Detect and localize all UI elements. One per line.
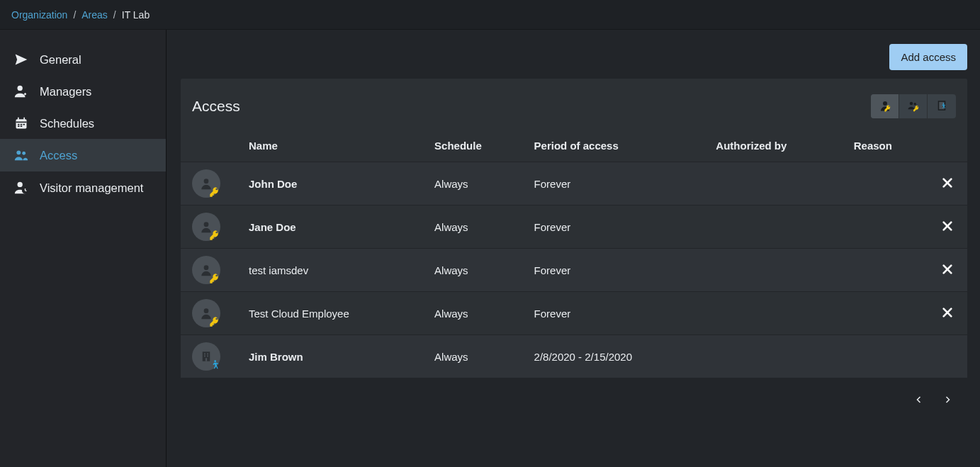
visitor-badge-icon <box>209 359 220 371</box>
group-icon <box>13 147 30 163</box>
user-key-icon <box>879 99 891 114</box>
key-badge-icon <box>209 316 220 327</box>
cell-reason <box>847 162 932 206</box>
breadcrumb-areas[interactable]: Areas <box>81 9 108 21</box>
sidebar-item-visitor-management[interactable]: Visitor management <box>0 171 166 204</box>
cell-reason <box>847 206 932 249</box>
cell-schedule: Always <box>427 335 526 378</box>
row-avatar <box>192 213 220 241</box>
page-prev-button[interactable] <box>915 393 923 408</box>
row-avatar <box>192 169 220 198</box>
cell-reason <box>847 292 932 335</box>
remove-row-button[interactable] <box>942 265 953 277</box>
key-badge-icon <box>209 186 220 198</box>
col-schedule: Schedule <box>427 130 526 162</box>
cell-schedule: Always <box>427 249 526 292</box>
filter-visitor-button[interactable] <box>928 94 956 118</box>
sidebar-item-label: Managers <box>40 85 91 99</box>
remove-row-button[interactable] <box>942 222 953 234</box>
calendar-icon <box>13 116 30 130</box>
cell-period: Forever <box>527 206 709 249</box>
cell-authorized <box>709 206 846 249</box>
table-row[interactable]: Jane DoeAlwaysForever <box>181 206 967 249</box>
cell-name: Jim Brown <box>242 335 427 378</box>
col-authorized: Authorized by <box>709 130 846 162</box>
sidebar-item-managers[interactable]: Managers <box>0 75 166 108</box>
cell-name: Test Cloud Employee <box>242 292 427 335</box>
toolbar: Add access <box>181 44 973 79</box>
col-name: Name <box>242 130 427 162</box>
location-arrow-icon <box>13 52 30 67</box>
remove-row-button[interactable] <box>942 308 953 320</box>
cell-schedule: Always <box>427 292 526 335</box>
cell-authorized <box>709 335 846 378</box>
panel-title: Access <box>192 98 240 115</box>
cell-period: Forever <box>527 292 709 335</box>
cell-name: test iamsdev <box>242 249 427 292</box>
filter-group-key-button[interactable] <box>899 94 928 118</box>
table-row[interactable]: Test Cloud EmployeeAlwaysForever <box>181 292 967 335</box>
key-badge-icon <box>209 273 220 284</box>
cell-schedule: Always <box>427 206 526 249</box>
access-table: Name Schedule Period of access Authorize… <box>181 130 967 378</box>
cell-schedule: Always <box>427 162 526 206</box>
visitor-icon <box>13 180 30 196</box>
cell-name: Jane Doe <box>242 206 427 249</box>
main-content: Add access Access <box>167 30 980 467</box>
sidebar: General Managers Schedules Access Visito… <box>0 30 167 467</box>
key-badge-icon <box>209 230 220 241</box>
page-next-button[interactable] <box>943 393 952 408</box>
row-avatar <box>192 342 220 371</box>
manager-icon <box>13 84 30 99</box>
row-avatar <box>192 256 220 284</box>
row-avatar <box>192 299 220 327</box>
breadcrumb-separator: / <box>73 9 76 21</box>
cell-period: Forever <box>527 162 709 206</box>
col-reason: Reason <box>847 130 932 162</box>
remove-row-button[interactable] <box>942 179 953 191</box>
cell-period: Forever <box>527 249 709 292</box>
cell-name: John Doe <box>242 162 427 206</box>
breadcrumb: Organization / Areas / IT Lab <box>0 0 980 30</box>
table-row[interactable]: Jim BrownAlways2/8/2020 - 2/15/2020 <box>181 335 967 378</box>
sidebar-item-label: General <box>40 53 81 67</box>
table-row[interactable]: test iamsdevAlwaysForever <box>181 249 967 292</box>
sidebar-item-label: Visitor management <box>40 181 143 195</box>
breadcrumb-organization[interactable]: Organization <box>11 9 67 21</box>
sidebar-item-schedules[interactable]: Schedules <box>0 108 166 139</box>
cell-authorized <box>709 162 846 206</box>
access-panel: Access <box>181 79 967 378</box>
cell-authorized <box>709 292 846 335</box>
sidebar-item-label: Schedules <box>40 117 94 130</box>
close-icon <box>942 177 953 189</box>
cell-authorized <box>709 249 846 292</box>
filter-segmented-control <box>871 94 956 118</box>
col-period: Period of access <box>527 130 709 162</box>
close-icon <box>942 307 953 318</box>
filter-user-key-button[interactable] <box>871 94 899 118</box>
sidebar-item-label: Access <box>40 149 77 162</box>
sidebar-item-access[interactable]: Access <box>0 139 166 171</box>
breadcrumb-current: IT Lab <box>122 9 150 21</box>
pagination <box>181 378 973 415</box>
close-icon <box>942 220 953 232</box>
cell-reason <box>847 249 932 292</box>
door-visitor-icon <box>935 99 948 114</box>
table-row[interactable]: John DoeAlwaysForever <box>181 162 967 206</box>
add-access-button[interactable]: Add access <box>889 44 967 70</box>
breadcrumb-separator: / <box>113 9 116 21</box>
group-key-icon <box>907 99 920 114</box>
cell-period: 2/8/2020 - 2/15/2020 <box>527 335 709 378</box>
close-icon <box>942 264 953 275</box>
sidebar-item-general[interactable]: General <box>0 44 166 75</box>
cell-reason <box>847 335 932 378</box>
